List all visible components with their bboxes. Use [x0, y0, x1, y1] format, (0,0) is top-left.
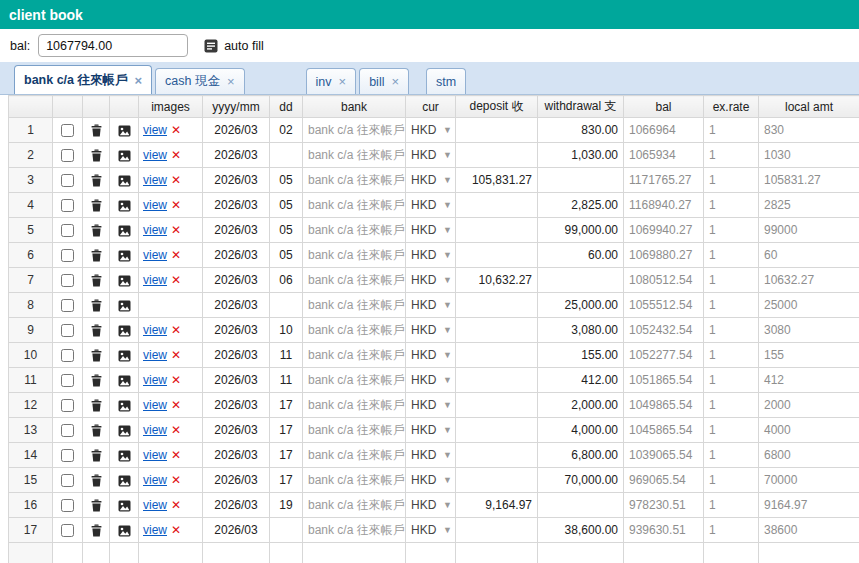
view-link[interactable]: view: [143, 123, 167, 137]
trash-icon[interactable]: [91, 224, 102, 237]
row-checkbox[interactable]: [61, 249, 74, 262]
currency-dropdown[interactable]: HKD▼: [406, 418, 456, 443]
currency-dropdown[interactable]: HKD▼: [406, 293, 456, 318]
row-checkbox[interactable]: [61, 224, 74, 237]
trash-icon[interactable]: [91, 474, 102, 487]
remove-view-icon[interactable]: ✕: [171, 198, 181, 212]
tab-close-icon[interactable]: ×: [391, 75, 399, 88]
trash-icon[interactable]: [91, 249, 102, 262]
remove-view-icon[interactable]: ✕: [171, 123, 181, 137]
view-link[interactable]: view: [143, 448, 167, 462]
image-icon[interactable]: [118, 150, 131, 162]
trash-icon[interactable]: [91, 499, 102, 512]
image-icon[interactable]: [118, 300, 131, 312]
view-link[interactable]: view: [143, 473, 167, 487]
row-checkbox[interactable]: [61, 424, 74, 437]
image-icon[interactable]: [118, 250, 131, 262]
remove-view-icon[interactable]: ✕: [171, 448, 181, 462]
row-checkbox[interactable]: [61, 324, 74, 337]
image-icon[interactable]: [118, 375, 131, 387]
trash-icon[interactable]: [91, 174, 102, 187]
remove-view-icon[interactable]: ✕: [171, 348, 181, 362]
row-checkbox[interactable]: [61, 299, 74, 312]
tab-cash[interactable]: cash 現金×: [155, 68, 244, 94]
image-icon[interactable]: [118, 175, 131, 187]
row-checkbox[interactable]: [61, 474, 74, 487]
currency-dropdown[interactable]: HKD▼: [406, 443, 456, 468]
tab-bank-ca[interactable]: bank c/a 往來帳戶×: [14, 65, 152, 94]
trash-icon[interactable]: [91, 124, 102, 137]
image-icon[interactable]: [118, 325, 131, 337]
view-link[interactable]: view: [143, 173, 167, 187]
row-checkbox[interactable]: [61, 499, 74, 512]
remove-view-icon[interactable]: ✕: [171, 473, 181, 487]
image-icon[interactable]: [118, 400, 131, 412]
remove-view-icon[interactable]: ✕: [171, 398, 181, 412]
currency-dropdown[interactable]: HKD▼: [406, 368, 456, 393]
row-checkbox[interactable]: [61, 124, 74, 137]
image-icon[interactable]: [118, 225, 131, 237]
trash-icon[interactable]: [91, 449, 102, 462]
remove-view-icon[interactable]: ✕: [171, 498, 181, 512]
row-checkbox[interactable]: [61, 374, 74, 387]
row-checkbox[interactable]: [61, 524, 74, 537]
trash-icon[interactable]: [91, 399, 102, 412]
remove-view-icon[interactable]: ✕: [171, 148, 181, 162]
trash-icon[interactable]: [91, 274, 102, 287]
remove-view-icon[interactable]: ✕: [171, 273, 181, 287]
currency-dropdown[interactable]: HKD▼: [406, 468, 456, 493]
currency-dropdown[interactable]: HKD▼: [406, 193, 456, 218]
trash-icon[interactable]: [91, 349, 102, 362]
currency-dropdown[interactable]: HKD▼: [406, 218, 456, 243]
image-icon[interactable]: [118, 200, 131, 212]
tab-close-icon[interactable]: ×: [227, 75, 235, 88]
remove-view-icon[interactable]: ✕: [171, 323, 181, 337]
trash-icon[interactable]: [91, 149, 102, 162]
currency-dropdown[interactable]: HKD▼: [406, 393, 456, 418]
currency-dropdown[interactable]: HKD▼: [406, 518, 456, 543]
view-link[interactable]: view: [143, 248, 167, 262]
trash-icon[interactable]: [91, 524, 102, 537]
view-link[interactable]: view: [143, 323, 167, 337]
row-checkbox[interactable]: [61, 199, 74, 212]
image-icon[interactable]: [118, 525, 131, 537]
remove-view-icon[interactable]: ✕: [171, 173, 181, 187]
auto-fill-icon[interactable]: [204, 39, 218, 53]
row-checkbox[interactable]: [61, 449, 74, 462]
view-link[interactable]: view: [143, 198, 167, 212]
view-link[interactable]: view: [143, 423, 167, 437]
trash-icon[interactable]: [91, 299, 102, 312]
row-checkbox[interactable]: [61, 399, 74, 412]
view-link[interactable]: view: [143, 398, 167, 412]
currency-dropdown[interactable]: HKD▼: [406, 143, 456, 168]
bal-input[interactable]: [38, 34, 188, 57]
tab-close-icon[interactable]: ×: [135, 74, 143, 87]
remove-view-icon[interactable]: ✕: [171, 423, 181, 437]
image-icon[interactable]: [118, 125, 131, 137]
image-icon[interactable]: [118, 500, 131, 512]
image-icon[interactable]: [118, 425, 131, 437]
row-checkbox[interactable]: [61, 349, 74, 362]
view-link[interactable]: view: [143, 348, 167, 362]
currency-dropdown[interactable]: HKD▼: [406, 168, 456, 193]
view-link[interactable]: view: [143, 373, 167, 387]
image-icon[interactable]: [118, 475, 131, 487]
trash-icon[interactable]: [91, 374, 102, 387]
trash-icon[interactable]: [91, 424, 102, 437]
tab-stm[interactable]: stm: [426, 68, 466, 94]
view-link[interactable]: view: [143, 223, 167, 237]
view-link[interactable]: view: [143, 523, 167, 537]
tab-bill[interactable]: bill×: [359, 68, 409, 94]
tab-inv[interactable]: inv×: [306, 68, 357, 94]
currency-dropdown[interactable]: HKD▼: [406, 343, 456, 368]
currency-dropdown[interactable]: HKD▼: [406, 493, 456, 518]
remove-view-icon[interactable]: ✕: [171, 523, 181, 537]
currency-dropdown[interactable]: HKD▼: [406, 118, 456, 143]
trash-icon[interactable]: [91, 324, 102, 337]
image-icon[interactable]: [118, 350, 131, 362]
view-link[interactable]: view: [143, 273, 167, 287]
view-link[interactable]: view: [143, 148, 167, 162]
row-checkbox[interactable]: [61, 149, 74, 162]
view-link[interactable]: view: [143, 498, 167, 512]
row-checkbox[interactable]: [61, 174, 74, 187]
